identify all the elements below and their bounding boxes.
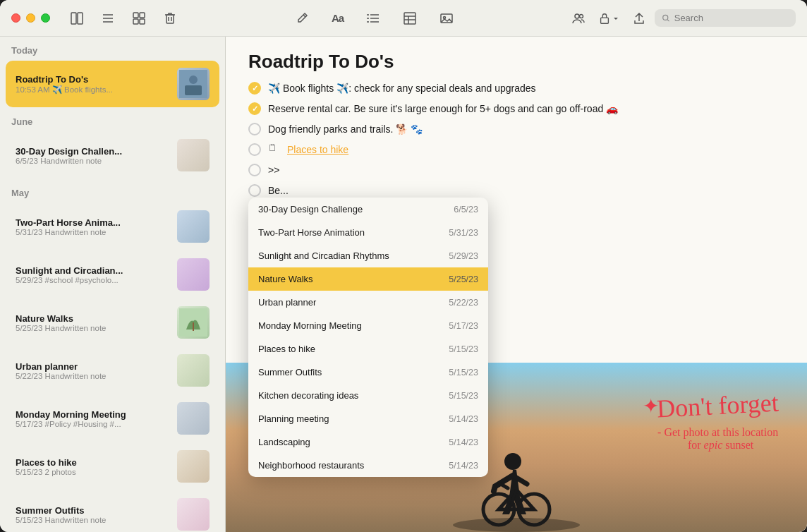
svg-rect-8 xyxy=(140,19,145,24)
dropdown-name-11: Neighborhood restaurants xyxy=(258,460,364,471)
delete-button[interactable] xyxy=(160,8,180,28)
sunset-subtitle: - Get photo at this location for epic su… xyxy=(657,426,779,452)
note-item-hike[interactable]: Places to hike 5/15/23 2 photos xyxy=(6,443,219,490)
note-title: Roadtrip To Do's xyxy=(248,51,784,73)
svg-rect-7 xyxy=(133,19,138,24)
format-list-button[interactable] xyxy=(363,8,383,28)
dropdown-item-10[interactable]: Landscaping 5/14/23 xyxy=(248,430,488,454)
svg-rect-5 xyxy=(133,13,138,18)
dropdown-item-5[interactable]: Monday Morning Meeting 5/17/23 xyxy=(248,314,488,337)
svg-point-31 xyxy=(189,75,198,84)
note-thumb-outfits xyxy=(177,498,210,531)
collaboration-button[interactable] xyxy=(569,8,588,28)
search-input[interactable] xyxy=(674,13,789,23)
svg-line-29 xyxy=(667,20,669,21)
note-item-circadian[interactable]: Sunlight and Circadian... 5/29/23 #schoo… xyxy=(6,251,219,298)
note-item-horse[interactable]: Two-Part Horse Anima... 5/31/23 Handwrit… xyxy=(6,203,219,250)
note-thumb-hike xyxy=(177,450,210,483)
dropdown-item-0[interactable]: 30-Day Design Challenge 6/5/23 xyxy=(248,198,488,221)
note-item-design[interactable]: 30-Day Design Challen... 6/5/23 Handwrit… xyxy=(6,132,219,179)
note-title-nature: Nature Walks xyxy=(16,313,170,324)
dropdown-item-6[interactable]: Places to hike 5/15/23 xyxy=(248,337,488,361)
titlebar: Aa xyxy=(0,0,807,37)
note-subtitle-urban: 5/22/23 Handwritten note xyxy=(16,372,170,380)
note-subtitle-monday: 5/17/23 #Policy #Housing #... xyxy=(16,420,170,428)
toggle-sidebar-button[interactable] xyxy=(67,8,87,28)
sidebar-toggle-group xyxy=(67,8,180,28)
note-thumb-horse xyxy=(177,210,210,243)
note-item-roadtrip[interactable]: Roadtrip To Do's 10:53 AM ✈️ Book flight… xyxy=(6,61,219,107)
note-text-1: ✈️ Book flights ✈️: check for any specia… xyxy=(268,81,536,96)
font-label: Aa xyxy=(332,12,344,24)
share-button[interactable] xyxy=(629,8,649,28)
svg-rect-9 xyxy=(166,15,174,23)
checkbox-4[interactable] xyxy=(248,143,261,156)
dropdown-name-2: Sunlight and Circadian Rhythms xyxy=(258,250,389,261)
dropdown-name-8: Kitchen decorating ideas xyxy=(258,390,358,401)
note-title-monday: Monday Morning Meeting xyxy=(16,409,170,420)
dropdown-date-0: 6/5/23 xyxy=(454,205,478,214)
note-thumb-urban xyxy=(177,354,210,387)
note-thumb-nature xyxy=(177,306,210,339)
search-icon xyxy=(662,13,670,23)
svg-point-35 xyxy=(504,453,521,470)
checkbox-6[interactable] xyxy=(248,184,261,197)
note-item-outfits[interactable]: Summer Outfits 5/15/23 Handwritten note xyxy=(6,491,219,532)
grid-view-button[interactable] xyxy=(129,8,149,28)
svg-rect-0 xyxy=(71,13,76,24)
table-button[interactable] xyxy=(400,8,420,28)
dropdown-name-0: 30-Day Design Challenge xyxy=(258,204,363,214)
dropdown-item-1[interactable]: Two-Part Horse Animation 5/31/23 xyxy=(248,221,488,244)
media-button[interactable] xyxy=(437,8,456,28)
dont-forget-label: Don't forget xyxy=(656,388,779,424)
lock-button[interactable] xyxy=(594,9,624,28)
titlebar-right xyxy=(569,8,796,28)
checkbox-3[interactable] xyxy=(248,123,261,135)
svg-rect-19 xyxy=(404,13,415,24)
dropdown-date-9: 5/14/23 xyxy=(449,414,478,424)
note-subtitle-circadian: 5/29/23 #school #psycholo... xyxy=(16,276,170,284)
note-item-nature[interactable]: Nature Walks 5/25/23 Handwritten note xyxy=(6,299,219,346)
svg-rect-1 xyxy=(78,13,83,24)
note-line-3: Dog friendly parks and trails. 🐕 🐾 xyxy=(248,122,784,137)
note-text-2: Reserve rental car. Be sure it's large e… xyxy=(268,102,618,116)
list-view-button[interactable] xyxy=(98,8,118,28)
dropdown-date-8: 5/15/23 xyxy=(449,391,478,401)
note-title-urban: Urban planner xyxy=(16,361,170,372)
note-thumb-design xyxy=(177,139,210,171)
note-line-5: >> xyxy=(248,163,784,178)
dropdown-item-11[interactable]: Neighborhood restaurants 5/14/23 xyxy=(248,454,488,477)
close-button[interactable] xyxy=(11,13,20,23)
svg-rect-6 xyxy=(140,13,145,18)
new-note-button[interactable] xyxy=(292,8,312,28)
dropdown-item-8[interactable]: Kitchen decorating ideas 5/15/23 xyxy=(248,384,488,407)
dropdown-item-4[interactable]: Urban planner 5/22/23 xyxy=(248,291,488,314)
maximize-button[interactable] xyxy=(41,13,50,23)
traffic-lights xyxy=(11,13,50,23)
dropdown-item-7[interactable]: Summer Outfits 5/15/23 xyxy=(248,361,488,384)
dropdown-name-7: Summer Outfits xyxy=(258,367,322,377)
dropdown-name-5: Monday Morning Meeting xyxy=(258,320,362,331)
font-button[interactable]: Aa xyxy=(329,8,346,28)
dropdown-date-7: 5/15/23 xyxy=(449,368,478,377)
note-item-urban[interactable]: Urban planner 5/22/23 Handwritten note xyxy=(6,347,219,394)
dropdown-item-9[interactable]: Planning meeting 5/14/23 xyxy=(248,407,488,430)
dropdown-date-10: 5/14/23 xyxy=(449,437,478,447)
note-subtitle-hike: 5/15/23 2 photos xyxy=(16,468,170,476)
search-bar[interactable] xyxy=(655,9,796,27)
note-subtitle-design: 6/5/23 Handwritten note xyxy=(16,157,170,165)
checkbox-1[interactable] xyxy=(248,82,261,95)
note-text-3: Dog friendly parks and trails. 🐕 🐾 xyxy=(268,122,423,137)
note-link-places[interactable]: Places to hike xyxy=(287,143,348,157)
svg-line-12 xyxy=(303,15,305,17)
main-content: Today Roadtrip To Do's 10:53 AM ✈️ Book … xyxy=(0,37,807,532)
dropdown-item-3[interactable]: Nature Walks 5/25/23 xyxy=(248,267,488,291)
section-label-june: June xyxy=(0,108,225,131)
checkbox-5[interactable] xyxy=(248,164,261,176)
note-item-monday[interactable]: Monday Morning Meeting 5/17/23 #Policy #… xyxy=(6,395,219,442)
dropdown-date-1: 5/31/23 xyxy=(449,228,478,238)
dropdown-name-1: Two-Part Horse Animation xyxy=(258,227,365,238)
checkbox-2[interactable] xyxy=(248,102,261,115)
minimize-button[interactable] xyxy=(26,13,35,23)
dropdown-item-2[interactable]: Sunlight and Circadian Rhythms 5/29/23 xyxy=(248,244,488,267)
